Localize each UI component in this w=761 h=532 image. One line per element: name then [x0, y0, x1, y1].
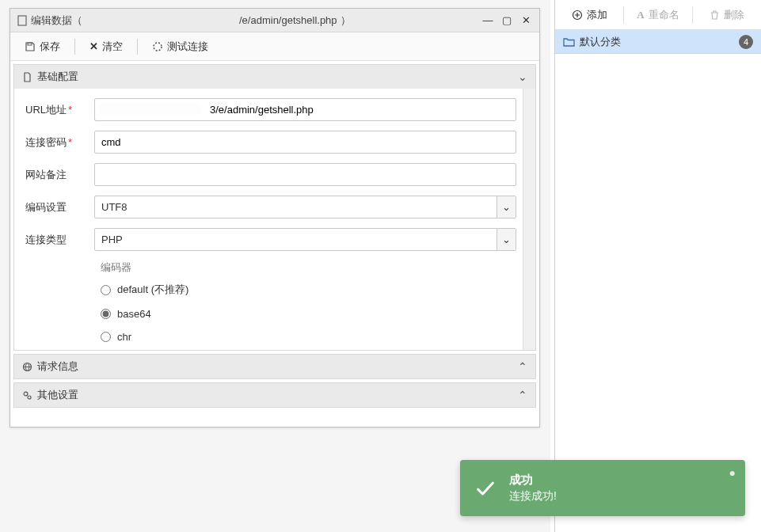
encoder-option-default[interactable]: default (不推荐) — [101, 283, 531, 297]
encoder-option-chr[interactable]: chr — [101, 331, 531, 343]
add-button[interactable]: 添加 — [555, 0, 623, 29]
chevron-down-icon: ⌄ — [497, 229, 516, 250]
edit-data-window: 编辑数据（ /e/admin/getshell.php ） — ▢ ✕ 保存 ✕… — [10, 8, 540, 428]
folder-icon — [563, 36, 575, 47]
minimize-button[interactable]: — — [481, 9, 495, 32]
note-input[interactable] — [94, 163, 516, 186]
test-connection-button[interactable]: 测试连接 — [146, 36, 215, 57]
scrollbar[interactable] — [523, 89, 535, 350]
svg-rect-1 — [28, 43, 32, 45]
password-input[interactable] — [94, 131, 516, 154]
save-icon — [25, 41, 36, 52]
save-button[interactable]: 保存 — [18, 36, 67, 57]
maximize-button[interactable]: ▢ — [500, 9, 514, 32]
gears-icon — [22, 390, 32, 401]
conn-type-select[interactable]: PHP ⌄ — [94, 228, 516, 251]
accordion-request: 请求信息 ⌃ — [13, 354, 536, 379]
toast-title: 成功 — [509, 473, 731, 488]
conn-type-label: 连接类型 — [19, 233, 94, 247]
success-toast: 成功 连接成功! ● — [460, 460, 745, 516]
chevron-up-icon: ⌃ — [518, 383, 527, 407]
note-label: 网站备注 — [19, 168, 94, 182]
svg-point-2 — [154, 43, 162, 51]
svg-rect-0 — [18, 16, 26, 25]
chevron-down-icon: ⌄ — [497, 196, 516, 218]
svg-point-5 — [28, 396, 31, 399]
toast-body: 连接成功! — [509, 489, 731, 504]
accordion-basic-header[interactable]: 基础配置 ⌄ — [14, 65, 535, 89]
toolbar: 保存 ✕ 清空 测试连接 — [10, 32, 539, 61]
main-area: 编辑数据（ /e/admin/getshell.php ） — ▢ ✕ 保存 ✕… — [0, 0, 550, 532]
rename-button[interactable]: A 重命名 — [624, 0, 692, 29]
category-item[interactable]: 默认分类 4 — [555, 30, 761, 54]
delete-button[interactable]: 删除 — [693, 0, 761, 29]
document-icon — [17, 15, 28, 26]
check-icon — [474, 477, 497, 500]
titlebar[interactable]: 编辑数据（ /e/admin/getshell.php ） — ▢ ✕ — [10, 9, 539, 32]
url-label: URL地址* — [19, 103, 94, 117]
encoder-option-base64[interactable]: base64 — [101, 308, 531, 320]
chevron-up-icon: ⌃ — [518, 355, 527, 378]
globe-icon — [22, 362, 32, 372]
font-icon: A — [637, 9, 644, 21]
category-label: 默认分类 — [580, 35, 621, 49]
accordion-basic: 基础配置 ⌄ URL地址* 连接密码* 网站备注 — [13, 64, 536, 351]
right-toolbar: 添加 A 重命名 删除 — [555, 0, 761, 30]
category-count-badge: 4 — [739, 35, 753, 49]
plus-circle-icon — [572, 10, 583, 21]
accordion-other: 其他设置 ⌃ — [13, 382, 536, 408]
file-icon — [22, 72, 32, 82]
clear-button[interactable]: ✕ 清空 — [83, 36, 129, 57]
svg-point-4 — [24, 392, 28, 396]
password-label: 连接密码* — [19, 135, 94, 150]
clear-icon: ✕ — [89, 40, 98, 52]
spinner-icon — [152, 41, 163, 52]
encoding-label: 编码设置 — [19, 200, 94, 215]
toast-close-button[interactable]: ● — [729, 466, 736, 479]
encoder-group-label: 编码器 — [101, 260, 531, 275]
window-title: 编辑数据（ /e/admin/getshell.php ） — [17, 9, 481, 32]
close-button[interactable]: ✕ — [519, 9, 533, 32]
encoding-select[interactable]: UTF8 ⌄ — [94, 196, 516, 218]
right-panel: 添加 A 重命名 删除 默认分类 4 — [554, 0, 761, 532]
chevron-down-icon: ⌄ — [518, 65, 527, 89]
accordion-other-header[interactable]: 其他设置 ⌃ — [14, 383, 535, 407]
accordion-request-header[interactable]: 请求信息 ⌃ — [14, 355, 535, 378]
trash-icon — [710, 10, 720, 20]
